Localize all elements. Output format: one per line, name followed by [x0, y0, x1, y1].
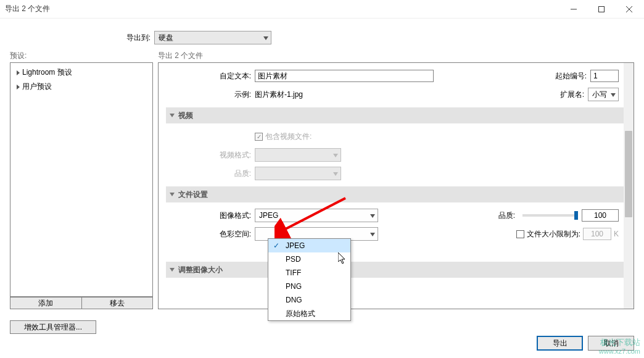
dropdown-option[interactable]: DNG — [268, 293, 350, 307]
image-format-dropdown: ✓ JPEG PSD TIFF PNG DNG 原始格式 — [268, 238, 351, 321]
svg-rect-0 — [598, 6, 604, 12]
preset-label: Lightroom 预设 — [22, 67, 72, 78]
start-number-input[interactable] — [590, 70, 619, 82]
chevron-down-icon — [263, 33, 268, 42]
triangle-down-icon — [170, 268, 175, 272]
image-format-select[interactable]: JPEG — [255, 209, 378, 222]
chevron-down-icon — [333, 151, 338, 159]
titlebar: 导出 2 个文件 — [0, 0, 644, 19]
checkbox-icon — [516, 230, 524, 238]
check-icon: ✓ — [273, 241, 279, 250]
export-to-row: 导出到: 硬盘 — [0, 19, 644, 51]
presets-heading: 预设: — [10, 51, 153, 61]
window-title: 导出 2 个文件 — [5, 4, 559, 14]
preset-label: 用户预设 — [22, 81, 52, 92]
export-to-select[interactable]: 硬盘 — [154, 31, 271, 44]
dropdown-option[interactable]: ✓ JPEG — [268, 239, 350, 252]
triangle-down-icon — [170, 193, 175, 196]
quality-slider[interactable] — [522, 214, 578, 217]
close-button[interactable] — [615, 1, 643, 18]
triangle-down-icon — [170, 114, 175, 117]
example-value: 图片素材-1.jpg — [255, 90, 303, 100]
color-space-label: 色彩空间: — [159, 229, 255, 239]
size-limit-checkbox[interactable]: 文件大小限制为: — [516, 229, 580, 239]
presets-list: Lightroom 预设 用户预设 — [10, 62, 153, 297]
export-to-value: 硬盘 — [159, 33, 173, 43]
custom-text-label: 自定文本: — [159, 71, 255, 81]
dropdown-option[interactable]: PNG — [268, 280, 350, 293]
chevron-down-icon — [333, 169, 338, 178]
video-format-select — [255, 148, 341, 162]
minimize-button[interactable] — [559, 1, 587, 18]
add-preset-button[interactable]: 添加 — [10, 297, 82, 309]
extension-select[interactable]: 小写 — [588, 88, 619, 101]
video-quality-select — [255, 167, 341, 180]
quality-label: 品质: — [498, 210, 519, 221]
start-number-label: 起始编号: — [555, 71, 590, 81]
checkbox-icon — [255, 133, 263, 141]
export-to-label: 导出到: — [0, 33, 154, 43]
dropdown-option[interactable]: PSD — [268, 252, 350, 266]
dropdown-option[interactable]: 原始格式 — [268, 307, 350, 320]
cancel-button[interactable]: 取消 — [588, 336, 634, 351]
section-header-file-settings[interactable]: 文件设置 — [166, 186, 626, 202]
example-label: 示例: — [159, 90, 255, 100]
scrollbar-track[interactable] — [624, 63, 634, 309]
dropdown-option[interactable]: TIFF — [268, 266, 350, 280]
image-format-label: 图像格式: — [159, 210, 255, 221]
chevron-down-icon — [370, 230, 375, 238]
video-format-label: 视频格式: — [159, 150, 255, 160]
size-limit-unit: K — [614, 230, 619, 238]
export-settings-panel: 自定文本: 起始编号: 示例: 图片素材-1.jpg 扩展名: 小写 — [158, 62, 634, 309]
preset-item[interactable]: Lightroom 预设 — [10, 65, 152, 80]
include-video-checkbox[interactable]: 包含视频文件: — [255, 131, 312, 142]
chevron-down-icon — [370, 211, 375, 220]
section-header-resize[interactable]: 调整图像大小 — [166, 262, 626, 278]
scrollbar-thumb[interactable] — [625, 131, 632, 217]
quality-input[interactable] — [582, 209, 619, 222]
extension-label: 扩展名: — [560, 90, 588, 100]
export-button[interactable]: 导出 — [537, 336, 583, 351]
custom-text-input[interactable] — [255, 70, 434, 82]
slider-thumb[interactable] — [574, 211, 578, 220]
maximize-button[interactable] — [587, 1, 615, 18]
plugin-manager-button[interactable]: 增效工具管理器... — [10, 320, 96, 334]
triangle-right-icon — [17, 85, 20, 90]
triangle-right-icon — [17, 70, 20, 75]
remove-preset-button[interactable]: 移去 — [82, 297, 154, 309]
chevron-down-icon — [611, 90, 616, 99]
size-limit-input — [583, 228, 611, 240]
section-header-video[interactable]: 视频 — [166, 107, 626, 123]
preset-item[interactable]: 用户预设 — [10, 80, 152, 94]
video-quality-label: 品质: — [159, 169, 255, 179]
form-heading: 导出 2 个文件 — [158, 51, 634, 61]
